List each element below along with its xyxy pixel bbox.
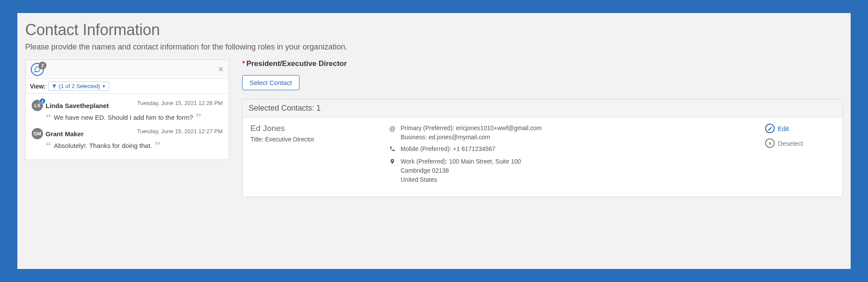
comment-author: GM Grant Maker <box>32 128 84 139</box>
contact-name: Ed Jones <box>250 124 389 133</box>
svg-point-0 <box>42 100 43 101</box>
required-star: * <box>242 59 245 68</box>
contact-details-col: @ Primary (Preferred): ericjones1010+wwf… <box>389 124 765 187</box>
email-row: @ Primary (Preferred): ericjones1010+wwf… <box>389 124 765 142</box>
comment-head: LS Linda Savetheplanet Tuesday, June 15,… <box>32 100 223 111</box>
user-badge-icon <box>39 98 46 104</box>
address-line1: Work (Preferred): 100 Main Street, Suite… <box>401 157 521 166</box>
commenter-name: Linda Savetheplanet <box>46 102 109 109</box>
comments-header: 2 × <box>26 60 229 79</box>
content-row: 2 × View: (1 of 2 Selected) ▼ LS <box>25 59 843 197</box>
comment-text: We have new ED. Should I add him to the … <box>54 114 193 121</box>
role-text: President/Executive Director <box>247 59 347 68</box>
main-panel: Contact Information Please provide the n… <box>17 13 851 269</box>
comment-body: “ We have new ED. Should I add him to th… <box>46 114 223 121</box>
chat-badge: 2 <box>39 62 46 69</box>
contact-section: *President/Executive Director Select Con… <box>242 59 843 197</box>
at-icon: @ <box>389 125 396 134</box>
comment-author: LS Linda Savetheplanet <box>32 100 109 111</box>
address-line2: Cambridge 02138 <box>401 166 521 175</box>
comment-head: GM Grant Maker Tuesday, June 15, 2021 12… <box>32 128 223 139</box>
phone-value: Mobile (Preferred): +1 6171234567 <box>401 144 495 154</box>
pencil-icon <box>765 124 775 133</box>
comments-list: LS Linda Savetheplanet Tuesday, June 15,… <box>26 94 229 160</box>
filter-dropdown[interactable]: (1 of 2 Selected) ▼ <box>48 82 109 91</box>
view-filter-row: View: (1 of 2 Selected) ▼ <box>26 79 229 94</box>
comments-panel: 2 × View: (1 of 2 Selected) ▼ LS <box>25 59 229 160</box>
email-business: Business: ed.jones@mymail.com <box>401 133 542 142</box>
role-label: *President/Executive Director <box>242 59 843 68</box>
comment-item: GM Grant Maker Tuesday, June 15, 2021 12… <box>29 125 225 153</box>
selected-header-prefix: Selected Contacts: <box>249 104 314 112</box>
edit-button[interactable]: Edit <box>765 124 835 133</box>
contact-title: Title: Executive Director <box>250 136 389 143</box>
address-line3: United States <box>401 175 521 184</box>
close-icon[interactable]: × <box>218 65 224 74</box>
selected-count: 1 <box>316 104 321 112</box>
location-icon <box>389 158 396 167</box>
quote-close-icon: ” <box>196 115 201 120</box>
contact-actions-col: Edit Deselect <box>765 124 835 187</box>
page-title: Contact Information <box>25 21 843 39</box>
address-row: Work (Preferred): 100 Main Street, Suite… <box>389 157 765 184</box>
contact-identity-col: Ed Jones Title: Executive Director <box>250 124 389 187</box>
view-label: View: <box>30 83 46 90</box>
selected-contacts-header: Selected Contacts: 1 <box>243 99 842 118</box>
phone-icon <box>389 145 396 154</box>
funnel-icon <box>52 84 57 89</box>
select-contact-button[interactable]: Select Contact <box>242 75 299 90</box>
edit-label: Edit <box>778 125 789 132</box>
commenter-name: Grant Maker <box>46 130 84 138</box>
chevron-down-icon: ▼ <box>102 84 106 89</box>
page-subtitle: Please provide the names and contact inf… <box>25 43 843 52</box>
phone-row: Mobile (Preferred): +1 6171234567 <box>389 144 765 154</box>
comment-timestamp: Tuesday, June 15, 2021 12:26 PM <box>137 100 223 106</box>
quote-close-icon: ” <box>155 143 161 148</box>
deselect-button[interactable]: Deselect <box>765 138 835 148</box>
comment-body: “ Absolutely!. Thanks for doing that. ” <box>46 142 223 149</box>
quote-open-icon: “ <box>46 143 51 148</box>
deselect-label: Deselect <box>778 140 803 147</box>
comment-timestamp: Tuesday, June 15, 2021 12:27 PM <box>137 128 223 134</box>
avatar: GM <box>32 128 43 139</box>
comment-item: LS Linda Savetheplanet Tuesday, June 15,… <box>29 96 225 125</box>
chat-bubble-button[interactable]: 2 <box>31 63 44 76</box>
selected-contacts-card: Selected Contacts: 1 Ed Jones Title: Exe… <box>242 99 843 197</box>
filter-text: (1 of 2 Selected) <box>59 83 100 89</box>
comment-text: Absolutely!. Thanks for doing that. <box>54 142 152 149</box>
quote-open-icon: “ <box>46 115 51 120</box>
email-primary: Primary (Preferred): ericjones1010+wwf@g… <box>401 124 542 133</box>
selected-card-body: Ed Jones Title: Executive Director @ Pri… <box>243 118 842 197</box>
x-icon <box>765 138 775 148</box>
